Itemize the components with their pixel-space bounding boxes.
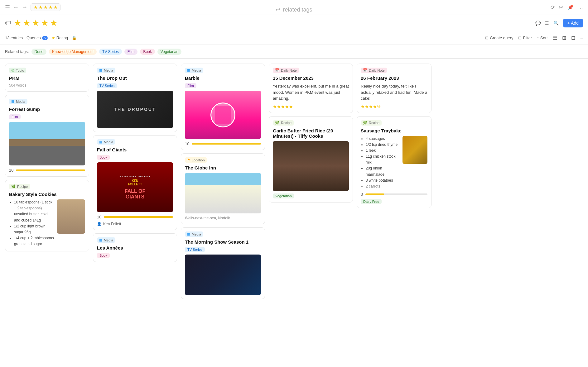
- rating-value-fg: 10: [97, 215, 101, 219]
- rating-bar-fg: [104, 216, 173, 218]
- tag-chip-km[interactable]: Knowledge Management: [49, 49, 97, 55]
- tag-chip-film[interactable]: Film: [124, 49, 138, 55]
- related-tags-label: Related tags:: [5, 49, 29, 54]
- card-title-pkm: PKM: [9, 75, 85, 81]
- media-icon-4: ▦: [99, 238, 102, 242]
- filter-button[interactable]: ⊟ Filter: [518, 36, 532, 40]
- location-icon: ⚑: [187, 158, 190, 162]
- refresh-icon[interactable]: ⟳: [551, 4, 555, 10]
- chat-icon[interactable]: 💬: [535, 21, 541, 26]
- scissors-icon[interactable]: ✂: [559, 4, 563, 10]
- ing-s-7: 2 carrots: [366, 184, 400, 189]
- tag-chip-tv[interactable]: TV Series: [99, 49, 122, 55]
- column-4: 📅 Daily Note 15 December 2023 Yesterday …: [269, 64, 353, 362]
- list-icon[interactable]: ☰: [545, 21, 549, 26]
- list-view-icon[interactable]: ☰: [553, 35, 557, 41]
- ing-s-4: 11g chicken stock mix: [366, 154, 400, 165]
- rating-value-barbie: 10: [185, 141, 189, 146]
- ingredients-list-sausage: 4 sausages 1/2 tsp dried thyme 1 leek 11…: [361, 136, 400, 190]
- tag-chip-veg[interactable]: Vegetarian: [157, 49, 181, 55]
- compact-view-icon[interactable]: ≡: [580, 35, 583, 41]
- rating-fill: [16, 169, 85, 171]
- tag-book-2[interactable]: Book: [97, 253, 110, 258]
- tag-chip-book[interactable]: Book: [140, 49, 155, 55]
- tag-film[interactable]: Film: [9, 114, 21, 119]
- card-image-globe: [185, 173, 261, 213]
- type-badge-media-3: ▦ Media: [97, 139, 115, 145]
- author-line: 👤 Ken Follett: [97, 222, 173, 226]
- author-name: Ken Follett: [103, 222, 121, 226]
- card-pkm: ◎ Topic PKM 504 words: [5, 64, 89, 92]
- type-badge-recipe-2: 🌿 Recipe: [273, 120, 294, 126]
- tag-film-2[interactable]: Film: [185, 83, 196, 88]
- menu-icon[interactable]: ☰: [5, 4, 10, 11]
- daily-note-stars-15dec: ★★★★★: [273, 104, 349, 109]
- type-badge-media: ▦ Media: [9, 99, 27, 104]
- top-right-actions: ⟳ ✂ 📌 …: [551, 4, 583, 10]
- queries-badge: 5: [42, 36, 48, 40]
- tag-tvseries[interactable]: TV Series: [97, 83, 117, 88]
- pin-icon[interactable]: 📌: [567, 4, 574, 10]
- type-badge-dailynote: 📅 Daily Note: [273, 68, 299, 73]
- card-daily-15dec: 📅 Daily Note 15 December 2023 Yesterday …: [269, 64, 353, 113]
- entries-count: 13 entries: [5, 36, 23, 40]
- card-forrest-gump: ▦ Media Forrest Gump Film 10: [5, 95, 89, 177]
- search-icon[interactable]: 🔍: [553, 21, 559, 26]
- rating-fill-fg: [104, 216, 173, 218]
- type-badge-media-4: ▦ Media: [97, 237, 115, 243]
- breadcrumb-stars: ★★★★★: [31, 3, 60, 11]
- word-count: 504 words: [9, 83, 85, 88]
- rating-value-sausage: 3: [361, 192, 363, 197]
- rating-bar-fallgiants: 10: [97, 215, 173, 219]
- ing-s-3: 1 leek: [366, 148, 400, 154]
- sort-button[interactable]: ↕ Sort: [537, 36, 547, 40]
- tag-veg[interactable]: Vegetarian: [273, 193, 294, 198]
- card-title-15dec: 15 December 2023: [273, 75, 349, 81]
- tag-dairyfree[interactable]: Dairy Free: [361, 199, 382, 204]
- rating-bar-forrest: 10: [9, 168, 85, 173]
- card-title-26feb: 26 February 2023: [361, 75, 427, 81]
- card-title-cookies: Bakery Style Cookies: [9, 192, 85, 197]
- ingredient-1: 10 tablespoons (1 stick + 2 tablespoons)…: [14, 199, 55, 223]
- rating-bar-s: [365, 193, 427, 195]
- card-title-lesannees: Les Années: [97, 245, 173, 250]
- daily-note-stars-26feb: ★★★★½: [361, 104, 427, 109]
- location-subtitle: Wells-next-the-sea, Norfolk: [185, 216, 261, 220]
- toolbar-right: ⊞ Create query ⊟ Filter ↕ Sort ☰ ⊞ ⊟ ≡: [485, 35, 583, 41]
- star-rating: ★★★★★: [14, 18, 58, 28]
- card-les-annees: ▦ Media Les Années Book: [93, 233, 177, 262]
- card-title-fallgiants: Fall of Giants: [97, 147, 173, 152]
- more-icon[interactable]: …: [578, 5, 583, 10]
- ing-s-6: 3 white potatoes: [366, 178, 400, 184]
- back-button[interactable]: ←: [13, 4, 19, 11]
- card-the-dropout: ▦ Media The Drop Out TV Series THE DROPO…: [93, 64, 177, 132]
- create-query-button[interactable]: ⊞ Create query: [485, 36, 513, 40]
- table-view-icon[interactable]: ⊟: [571, 35, 575, 41]
- tag-tvseries-2[interactable]: TV Series: [185, 247, 205, 252]
- sub-bar: 🏷 ★★★★★ 💬 ☰ 🔍 + Add: [0, 15, 588, 31]
- dailynote-icon-2: 📅: [363, 68, 367, 72]
- tag-book[interactable]: Book: [97, 155, 110, 160]
- type-badge-media-5: ▦ Media: [185, 68, 203, 73]
- card-barbie: ▦ Media Barbie Film 10: [181, 64, 265, 150]
- topic-icon: ◎: [11, 68, 14, 72]
- tag-chip-done[interactable]: Done: [31, 49, 47, 55]
- forward-button[interactable]: →: [22, 4, 27, 11]
- card-image-garlic: [273, 141, 349, 191]
- card-sausage-traybake: 🌿 Recipe Sausage Traybake 4 sausages 1/2…: [357, 116, 431, 208]
- card-garlic-rice: 🌿 Recipe Garlic Butter Fried Rice (20 Mi…: [269, 116, 353, 203]
- type-badge-media-2: ▦ Media: [97, 68, 115, 73]
- ing-s-1: 4 sausages: [366, 136, 400, 142]
- rating-filter[interactable]: ★ Rating: [51, 36, 68, 40]
- rating-bar-b: [192, 143, 261, 145]
- recipe-icon-3: 🌿: [363, 121, 367, 125]
- add-button[interactable]: + Add: [563, 19, 583, 27]
- column-5: 📅 Daily Note 26 February 2023 Really nic…: [357, 64, 431, 362]
- card-image-morning-show: [185, 255, 261, 295]
- ing-s-2: 1/2 tsp dried thyme: [366, 142, 400, 148]
- queries-button[interactable]: Queries 5: [27, 36, 48, 40]
- grid-view-icon[interactable]: ⊞: [562, 35, 566, 41]
- media-icon-6: ▦: [187, 232, 190, 236]
- recipe-content-sausage: 4 sausages 1/2 tsp dried thyme 1 leek 11…: [361, 136, 427, 190]
- dailynote-icon: 📅: [275, 68, 279, 72]
